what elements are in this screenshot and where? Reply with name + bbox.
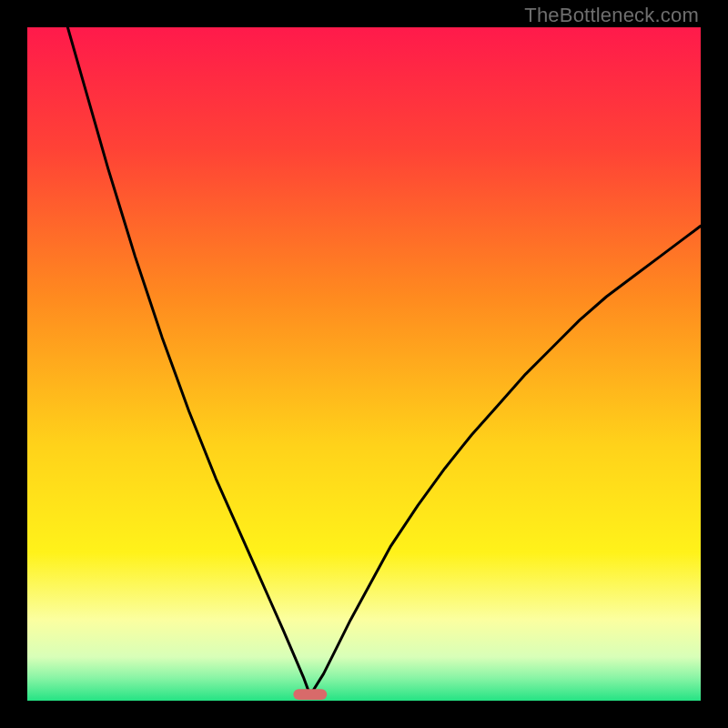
dip-marker (293, 689, 327, 700)
bottleneck-chart (27, 27, 701, 701)
gradient-background (27, 27, 701, 701)
watermark-text: TheBottleneck.com (524, 4, 699, 27)
dip-marker-layer (293, 689, 327, 700)
chart-frame (27, 27, 701, 701)
